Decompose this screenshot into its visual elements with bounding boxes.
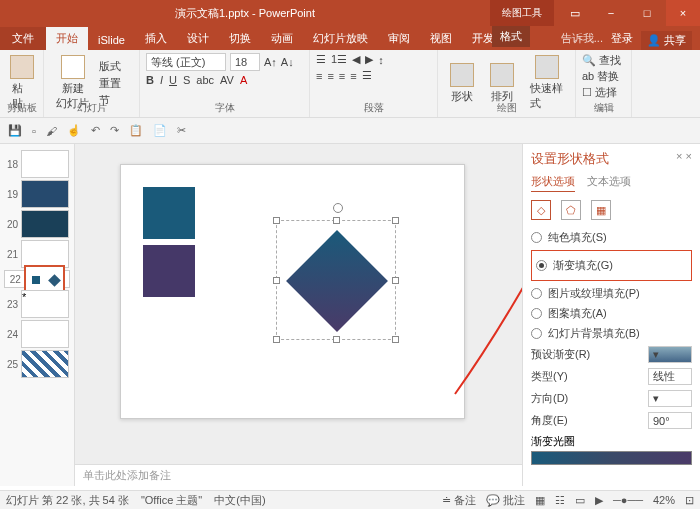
gradient-type-select[interactable]: 线性: [648, 368, 692, 385]
tab-home[interactable]: 开始: [46, 27, 88, 50]
italic-button[interactable]: I: [160, 74, 163, 86]
rotation-handle-icon[interactable]: [333, 203, 343, 213]
gradient-angle-input[interactable]: 90°: [648, 412, 692, 429]
numbering-button[interactable]: 1☰: [331, 53, 347, 66]
qat-undo-icon[interactable]: ↶: [91, 124, 100, 137]
slide-canvas[interactable]: 单击此处添加备注: [75, 144, 522, 486]
resize-handle[interactable]: [392, 336, 399, 343]
login-link[interactable]: 登录: [611, 31, 633, 50]
resize-handle[interactable]: [273, 277, 280, 284]
justify-button[interactable]: ≡: [350, 70, 356, 82]
tab-file[interactable]: 文件: [0, 27, 46, 50]
tell-me[interactable]: 告诉我...: [561, 31, 603, 50]
status-comments-button[interactable]: 💬 批注: [486, 493, 525, 508]
qat-copy-icon[interactable]: 📄: [153, 124, 167, 137]
decrease-font-icon[interactable]: A↓: [281, 56, 294, 68]
qat-paste-icon[interactable]: 📋: [129, 124, 143, 137]
indent-decrease-button[interactable]: ◀: [352, 53, 360, 66]
qat-new-icon[interactable]: ▫: [32, 125, 36, 137]
notes-placeholder[interactable]: 单击此处添加备注: [75, 464, 522, 486]
indent-increase-button[interactable]: ▶: [365, 53, 373, 66]
thumb-24[interactable]: 24: [4, 320, 70, 348]
align-left-button[interactable]: ≡: [316, 70, 322, 82]
gradient-direction-picker[interactable]: ▾: [648, 390, 692, 407]
layout-button[interactable]: 版式: [99, 59, 121, 74]
thumb-19[interactable]: 19: [4, 180, 70, 208]
preset-gradient-picker[interactable]: ▾: [648, 346, 692, 363]
pane-tab-shape[interactable]: 形状选项: [531, 174, 575, 192]
share-button[interactable]: 👤 共享: [641, 31, 692, 50]
tab-insert[interactable]: 插入: [135, 27, 177, 50]
qat-brush-icon[interactable]: 🖌: [46, 125, 57, 137]
fit-window-icon[interactable]: ⊡: [685, 494, 694, 507]
bold-button[interactable]: B: [146, 74, 154, 86]
tab-view[interactable]: 视图: [420, 27, 462, 50]
radio-pattern-fill[interactable]: 图案填充(A): [531, 306, 692, 321]
shape-selection-box[interactable]: [276, 220, 396, 340]
radio-gradient-fill[interactable]: 渐变填充(G): [536, 258, 687, 273]
resize-handle[interactable]: [273, 217, 280, 224]
tab-format[interactable]: 格式: [492, 26, 530, 47]
size-tab-icon[interactable]: ▦: [591, 200, 611, 220]
font-size-select[interactable]: 18: [230, 53, 260, 71]
align-center-button[interactable]: ≡: [327, 70, 333, 82]
char-spacing-button[interactable]: AV: [220, 74, 234, 86]
resize-handle[interactable]: [392, 277, 399, 284]
bullets-button[interactable]: ☰: [316, 53, 326, 66]
resize-handle[interactable]: [333, 217, 340, 224]
zoom-level[interactable]: 42%: [653, 494, 675, 506]
underline-button[interactable]: U: [169, 74, 177, 86]
strikethrough-button[interactable]: abc: [196, 74, 214, 86]
font-color-button[interactable]: A: [240, 74, 247, 86]
tab-islide[interactable]: iSlide: [88, 30, 135, 50]
font-name-select[interactable]: 等线 (正文): [146, 53, 226, 71]
arrange-button[interactable]: 排列: [484, 61, 520, 106]
tab-transitions[interactable]: 切换: [219, 27, 261, 50]
replace-button[interactable]: ab 替换: [582, 69, 625, 84]
tab-design[interactable]: 设计: [177, 27, 219, 50]
close-button[interactable]: ×: [666, 0, 700, 26]
thumb-22[interactable]: 22: [4, 270, 70, 288]
tab-slideshow[interactable]: 幻灯片放映: [303, 27, 378, 50]
zoom-slider[interactable]: ─●──: [613, 494, 643, 506]
shape-square-purple[interactable]: [143, 245, 195, 297]
gradient-stops-slider[interactable]: [531, 451, 692, 465]
view-reading-icon[interactable]: ▭: [575, 494, 585, 507]
qat-save-icon[interactable]: 💾: [8, 124, 22, 137]
effects-tab-icon[interactable]: ⬠: [561, 200, 581, 220]
shapes-button[interactable]: 形状: [444, 61, 480, 106]
pane-close-icon[interactable]: × ×: [676, 150, 692, 174]
pane-tab-text[interactable]: 文本选项: [587, 174, 631, 192]
thumb-23[interactable]: 23*: [4, 290, 70, 318]
radio-slidebg-fill[interactable]: 幻灯片背景填充(B): [531, 326, 692, 341]
shape-diamond[interactable]: [286, 230, 388, 332]
reset-button[interactable]: 重置: [99, 76, 121, 91]
qat-redo-icon[interactable]: ↷: [110, 124, 119, 137]
columns-button[interactable]: ☰: [362, 69, 372, 82]
resize-handle[interactable]: [392, 217, 399, 224]
fill-tab-icon[interactable]: ◇: [531, 200, 551, 220]
qat-touch-icon[interactable]: ☝: [67, 124, 81, 137]
resize-handle[interactable]: [333, 336, 340, 343]
thumb-20[interactable]: 20: [4, 210, 70, 238]
minimize-button[interactable]: −: [594, 0, 628, 26]
text-direction-button[interactable]: ↕: [378, 54, 384, 66]
tab-animations[interactable]: 动画: [261, 27, 303, 50]
radio-solid-fill[interactable]: 纯色填充(S): [531, 230, 692, 245]
view-sorter-icon[interactable]: ☷: [555, 494, 565, 507]
view-slideshow-icon[interactable]: ▶: [595, 494, 603, 507]
ribbon-display-icon[interactable]: ▭: [558, 0, 592, 26]
view-normal-icon[interactable]: ▦: [535, 494, 545, 507]
shadow-button[interactable]: S: [183, 74, 190, 86]
increase-font-icon[interactable]: A↑: [264, 56, 277, 68]
maximize-button[interactable]: □: [630, 0, 664, 26]
thumb-21[interactable]: 21: [4, 240, 70, 268]
qat-format-icon[interactable]: ✂: [177, 124, 186, 137]
shape-square-teal[interactable]: [143, 187, 195, 239]
select-button[interactable]: ☐ 选择: [582, 85, 625, 100]
status-language[interactable]: 中文(中国): [214, 493, 265, 508]
tab-review[interactable]: 审阅: [378, 27, 420, 50]
find-button[interactable]: 🔍 查找: [582, 53, 625, 68]
resize-handle[interactable]: [273, 336, 280, 343]
radio-picture-fill[interactable]: 图片或纹理填充(P): [531, 286, 692, 301]
